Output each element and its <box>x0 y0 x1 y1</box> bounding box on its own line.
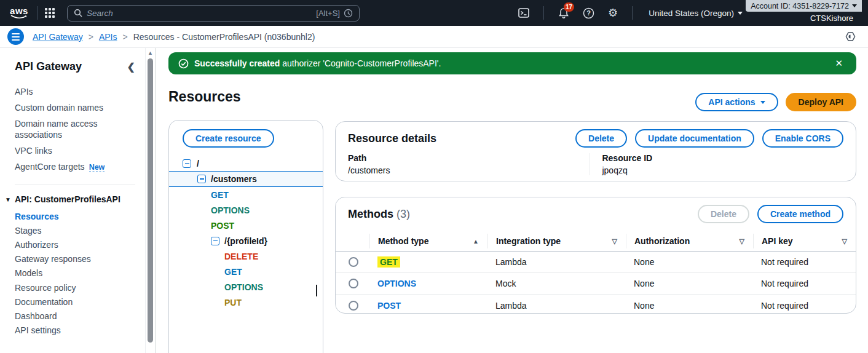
tree-minus-icon[interactable] <box>183 159 191 168</box>
caret-down-icon <box>760 101 765 104</box>
method-link-post[interactable]: POST <box>369 301 487 311</box>
scrollbar-thumb[interactable] <box>148 58 153 343</box>
sidebar-item-domain-name-access-associations[interactable]: Domain name access associations <box>0 116 145 143</box>
method-link-get-highlighted[interactable]: GET <box>377 256 400 268</box>
radio-icon[interactable] <box>349 279 358 288</box>
shortcut-clock-icon <box>344 9 353 18</box>
sidebar-item-authorizers[interactable]: Authorizers <box>0 237 145 252</box>
cloudshell-icon[interactable] <box>518 7 529 18</box>
methods-title: Methods(3) <box>348 208 698 221</box>
column-header-integration-type[interactable]: Integration type ▽ <box>487 234 626 248</box>
theme-icon[interactable] <box>845 31 856 42</box>
tree-method-customers-post[interactable]: POST <box>169 218 323 233</box>
tree-method-customers-get[interactable]: GET <box>169 187 323 202</box>
breadcrumb-link-api-gateway[interactable]: API Gateway <box>33 32 83 42</box>
api-actions-button[interactable]: API actions <box>695 93 778 111</box>
breadcrumb: API Gateway > APIs > Resources - Custome… <box>33 32 315 42</box>
resource-id-field: Resource ID jpoqzq <box>602 153 843 175</box>
top-navigation-bar: aws Search [Alt+S] <box>0 0 868 26</box>
sidebar-item-custom-domain-names[interactable]: Custom domain names <box>0 100 145 116</box>
sidebar-item-gateway-responses[interactable]: Gateway responses <box>0 252 145 266</box>
hamburger-menu-button[interactable] <box>7 28 24 45</box>
gear-icon[interactable]: ⚙ <box>608 7 618 18</box>
resource-details-panel: Resource details Delete Update documenta… <box>335 121 856 181</box>
deploy-api-button[interactable]: Deploy API <box>786 93 856 111</box>
tree-method-customers-options[interactable]: OPTIONS <box>169 202 323 218</box>
sidebar-scrollbar[interactable]: ▲ <box>145 48 155 353</box>
tree-item-root[interactable]: / <box>169 156 323 171</box>
path-label: Path <box>348 153 590 163</box>
tree-method-profileid-options[interactable]: OPTIONS <box>169 279 323 295</box>
sidebar-item-apis[interactable]: APIs <box>0 84 145 100</box>
sidebar-api-section-title: API: CustomerProfilesAPI <box>15 194 120 204</box>
scrollbar-up-arrow[interactable]: ▲ <box>148 50 153 56</box>
breadcrumb-link-apis[interactable]: APIs <box>99 32 117 42</box>
delete-method-button[interactable]: Delete <box>698 205 749 223</box>
search-input[interactable]: Search [Alt+S] <box>67 5 360 22</box>
search-shortcut: [Alt+S] <box>316 9 340 18</box>
filter-icon[interactable]: ▽ <box>740 237 744 245</box>
column-header-authorization[interactable]: Authorization ▽ <box>626 234 753 248</box>
notifications-bell-icon[interactable]: 17 <box>558 7 569 19</box>
radio-icon[interactable] <box>349 257 358 267</box>
radio-icon[interactable] <box>349 301 358 311</box>
aws-logo[interactable]: aws <box>9 7 30 20</box>
sidebar-item-documentation[interactable]: Documentation <box>0 295 145 309</box>
column-header-api-key[interactable]: API key ▽ <box>753 234 856 248</box>
methods-table: Method type ▲ Integration type ▽ Authori… <box>336 231 856 316</box>
sidebar-item-resource-policy[interactable]: Resource policy <box>0 280 145 295</box>
table-header-row: Method type ▲ Integration type ▽ Authori… <box>336 231 856 252</box>
tree-minus-icon[interactable] <box>211 237 219 245</box>
divider <box>590 153 590 175</box>
create-resource-button[interactable]: Create resource <box>183 129 274 148</box>
method-link-options[interactable]: OPTIONS <box>369 279 487 288</box>
authorization-value: None <box>626 257 753 267</box>
aws-logo-text: aws <box>10 7 28 15</box>
divider <box>632 6 633 20</box>
tree-method-profileid-put[interactable]: PUT <box>169 295 323 310</box>
sidebar-item-stages[interactable]: Stages <box>0 223 145 237</box>
filter-icon[interactable]: ▽ <box>842 237 847 245</box>
divider <box>15 184 135 184</box>
sidebar-item-agentcore-targets[interactable]: AgentCore targetsNew <box>0 159 145 175</box>
filter-icon[interactable]: ▽ <box>612 237 617 245</box>
tree-scrollbar-thumb[interactable] <box>316 285 318 296</box>
sidebar-item-models[interactable]: Models <box>0 266 145 280</box>
integration-type-value: Lambda <box>487 301 626 311</box>
tree-item-profileid[interactable]: /{profileId} <box>169 233 323 248</box>
region-selector[interactable]: United States (Oregon) <box>649 9 743 18</box>
sidebar-item-resources[interactable]: Resources <box>0 209 145 223</box>
column-header-method-type[interactable]: Method type ▲ <box>369 234 487 248</box>
username-label: CTSKishore <box>810 14 853 23</box>
tree-method-profileid-delete[interactable]: DELETE <box>169 248 323 264</box>
tree-minus-icon[interactable] <box>197 175 206 183</box>
sidebar-collapse-icon[interactable]: ❮ <box>127 61 135 73</box>
sidebar-section-services: APIs Custom domain names Domain name acc… <box>0 84 145 175</box>
update-documentation-button[interactable]: Update documentation <box>635 129 754 148</box>
enable-cors-button[interactable]: Enable CORS <box>762 129 843 148</box>
sidebar-item-api-settings[interactable]: API settings <box>0 323 145 338</box>
resource-details-title: Resource details <box>348 132 575 145</box>
sidebar-item-dashboard[interactable]: Dashboard <box>0 309 145 323</box>
account-area: Account ID: 4351-8229-7172 CTSKishore <box>751 0 862 26</box>
notifications-count-badge: 17 <box>564 2 574 12</box>
help-icon[interactable]: ? <box>583 7 594 19</box>
account-id-chip[interactable]: Account ID: 4351-8229-7172 <box>746 0 862 12</box>
breadcrumb-bar: API Gateway > APIs > Resources - Custome… <box>0 26 868 48</box>
tree-item-customers[interactable]: /customers <box>169 171 323 187</box>
breadcrumb-current-page: Resources - CustomerProfilesAPI (n036bun… <box>133 32 315 42</box>
create-method-button[interactable]: Create method <box>757 205 843 223</box>
search-icon <box>74 9 82 17</box>
sidebar-item-vpc-links[interactable]: VPC links <box>0 143 145 159</box>
tree-method-profileid-get[interactable]: GET <box>169 264 323 279</box>
sidebar-title: API Gateway <box>15 60 127 73</box>
table-row-post: POST Lambda None Not required <box>336 295 856 316</box>
delete-resource-button[interactable]: Delete <box>575 129 627 148</box>
methods-panel: Methods(3) Delete Create method Method t… <box>335 197 856 314</box>
close-icon[interactable]: ✕ <box>831 57 846 70</box>
sidebar-api-section-toggle[interactable]: ▼ API: CustomerProfilesAPI <box>0 193 145 205</box>
authorization-value: None <box>626 301 753 311</box>
sort-asc-icon[interactable]: ▲ <box>473 238 479 245</box>
divider <box>37 6 37 20</box>
services-grid-icon[interactable] <box>45 8 55 18</box>
